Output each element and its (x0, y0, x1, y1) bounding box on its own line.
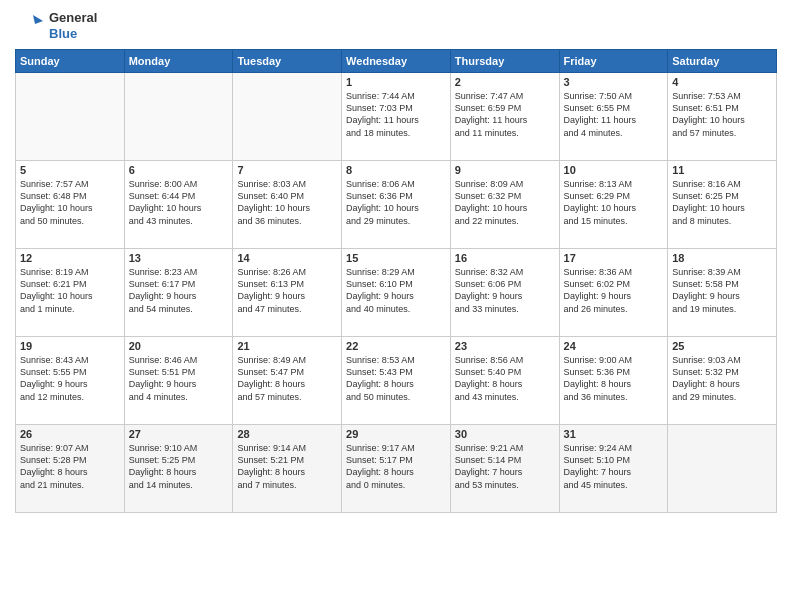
day-number: 21 (237, 340, 337, 352)
day-number: 15 (346, 252, 446, 264)
day-info: Sunrise: 7:47 AM Sunset: 6:59 PM Dayligh… (455, 90, 555, 139)
calendar-cell: 23Sunrise: 8:56 AM Sunset: 5:40 PM Dayli… (450, 337, 559, 425)
weekday-row: SundayMondayTuesdayWednesdayThursdayFrid… (16, 50, 777, 73)
day-number: 5 (20, 164, 120, 176)
weekday-header: Thursday (450, 50, 559, 73)
weekday-header: Saturday (668, 50, 777, 73)
day-number: 23 (455, 340, 555, 352)
day-info: Sunrise: 7:57 AM Sunset: 6:48 PM Dayligh… (20, 178, 120, 227)
day-number: 16 (455, 252, 555, 264)
weekday-header: Sunday (16, 50, 125, 73)
day-number: 25 (672, 340, 772, 352)
day-number: 9 (455, 164, 555, 176)
day-number: 27 (129, 428, 229, 440)
day-number: 22 (346, 340, 446, 352)
calendar-header: SundayMondayTuesdayWednesdayThursdayFrid… (16, 50, 777, 73)
calendar-cell: 26Sunrise: 9:07 AM Sunset: 5:28 PM Dayli… (16, 425, 125, 513)
calendar-cell (16, 73, 125, 161)
day-number: 24 (564, 340, 664, 352)
calendar-cell: 4Sunrise: 7:53 AM Sunset: 6:51 PM Daylig… (668, 73, 777, 161)
calendar-cell: 18Sunrise: 8:39 AM Sunset: 5:58 PM Dayli… (668, 249, 777, 337)
day-number: 3 (564, 76, 664, 88)
day-info: Sunrise: 8:06 AM Sunset: 6:36 PM Dayligh… (346, 178, 446, 227)
header: General Blue (15, 10, 777, 41)
day-info: Sunrise: 9:17 AM Sunset: 5:17 PM Dayligh… (346, 442, 446, 491)
day-info: Sunrise: 8:39 AM Sunset: 5:58 PM Dayligh… (672, 266, 772, 315)
day-info: Sunrise: 8:46 AM Sunset: 5:51 PM Dayligh… (129, 354, 229, 403)
logo-text: General Blue (49, 10, 97, 41)
day-number: 29 (346, 428, 446, 440)
day-number: 14 (237, 252, 337, 264)
day-info: Sunrise: 9:14 AM Sunset: 5:21 PM Dayligh… (237, 442, 337, 491)
calendar-cell: 7Sunrise: 8:03 AM Sunset: 6:40 PM Daylig… (233, 161, 342, 249)
day-info: Sunrise: 8:00 AM Sunset: 6:44 PM Dayligh… (129, 178, 229, 227)
day-info: Sunrise: 8:09 AM Sunset: 6:32 PM Dayligh… (455, 178, 555, 227)
day-number: 31 (564, 428, 664, 440)
day-info: Sunrise: 8:36 AM Sunset: 6:02 PM Dayligh… (564, 266, 664, 315)
day-number: 12 (20, 252, 120, 264)
calendar-cell (124, 73, 233, 161)
calendar-cell: 21Sunrise: 8:49 AM Sunset: 5:47 PM Dayli… (233, 337, 342, 425)
calendar-week-row: 5Sunrise: 7:57 AM Sunset: 6:48 PM Daylig… (16, 161, 777, 249)
day-info: Sunrise: 7:53 AM Sunset: 6:51 PM Dayligh… (672, 90, 772, 139)
svg-marker-0 (33, 15, 43, 24)
day-number: 28 (237, 428, 337, 440)
calendar-week-row: 12Sunrise: 8:19 AM Sunset: 6:21 PM Dayli… (16, 249, 777, 337)
calendar-cell: 28Sunrise: 9:14 AM Sunset: 5:21 PM Dayli… (233, 425, 342, 513)
day-number: 17 (564, 252, 664, 264)
calendar-cell: 10Sunrise: 8:13 AM Sunset: 6:29 PM Dayli… (559, 161, 668, 249)
day-number: 4 (672, 76, 772, 88)
calendar-cell: 3Sunrise: 7:50 AM Sunset: 6:55 PM Daylig… (559, 73, 668, 161)
calendar-cell: 9Sunrise: 8:09 AM Sunset: 6:32 PM Daylig… (450, 161, 559, 249)
day-info: Sunrise: 8:03 AM Sunset: 6:40 PM Dayligh… (237, 178, 337, 227)
day-number: 18 (672, 252, 772, 264)
calendar-week-row: 1Sunrise: 7:44 AM Sunset: 7:03 PM Daylig… (16, 73, 777, 161)
day-number: 1 (346, 76, 446, 88)
calendar-cell: 16Sunrise: 8:32 AM Sunset: 6:06 PM Dayli… (450, 249, 559, 337)
day-info: Sunrise: 7:44 AM Sunset: 7:03 PM Dayligh… (346, 90, 446, 139)
calendar-week-row: 26Sunrise: 9:07 AM Sunset: 5:28 PM Dayli… (16, 425, 777, 513)
calendar-cell: 6Sunrise: 8:00 AM Sunset: 6:44 PM Daylig… (124, 161, 233, 249)
day-info: Sunrise: 8:23 AM Sunset: 6:17 PM Dayligh… (129, 266, 229, 315)
day-info: Sunrise: 9:03 AM Sunset: 5:32 PM Dayligh… (672, 354, 772, 403)
day-number: 10 (564, 164, 664, 176)
weekday-header: Monday (124, 50, 233, 73)
calendar-cell (668, 425, 777, 513)
calendar-cell: 17Sunrise: 8:36 AM Sunset: 6:02 PM Dayli… (559, 249, 668, 337)
day-number: 11 (672, 164, 772, 176)
day-number: 26 (20, 428, 120, 440)
calendar-cell: 1Sunrise: 7:44 AM Sunset: 7:03 PM Daylig… (342, 73, 451, 161)
logo: General Blue (15, 10, 97, 41)
day-info: Sunrise: 8:49 AM Sunset: 5:47 PM Dayligh… (237, 354, 337, 403)
calendar-cell: 29Sunrise: 9:17 AM Sunset: 5:17 PM Dayli… (342, 425, 451, 513)
calendar-page: General Blue SundayMondayTuesdayWednesda… (0, 0, 792, 612)
day-number: 19 (20, 340, 120, 352)
day-number: 13 (129, 252, 229, 264)
calendar-table: SundayMondayTuesdayWednesdayThursdayFrid… (15, 49, 777, 513)
day-info: Sunrise: 8:16 AM Sunset: 6:25 PM Dayligh… (672, 178, 772, 227)
calendar-cell: 30Sunrise: 9:21 AM Sunset: 5:14 PM Dayli… (450, 425, 559, 513)
day-number: 20 (129, 340, 229, 352)
day-number: 7 (237, 164, 337, 176)
day-info: Sunrise: 8:43 AM Sunset: 5:55 PM Dayligh… (20, 354, 120, 403)
calendar-cell: 25Sunrise: 9:03 AM Sunset: 5:32 PM Dayli… (668, 337, 777, 425)
calendar-cell: 13Sunrise: 8:23 AM Sunset: 6:17 PM Dayli… (124, 249, 233, 337)
day-info: Sunrise: 8:29 AM Sunset: 6:10 PM Dayligh… (346, 266, 446, 315)
calendar-cell: 24Sunrise: 9:00 AM Sunset: 5:36 PM Dayli… (559, 337, 668, 425)
day-number: 8 (346, 164, 446, 176)
calendar-cell: 2Sunrise: 7:47 AM Sunset: 6:59 PM Daylig… (450, 73, 559, 161)
day-info: Sunrise: 8:26 AM Sunset: 6:13 PM Dayligh… (237, 266, 337, 315)
day-info: Sunrise: 7:50 AM Sunset: 6:55 PM Dayligh… (564, 90, 664, 139)
weekday-header: Friday (559, 50, 668, 73)
weekday-header: Wednesday (342, 50, 451, 73)
day-info: Sunrise: 9:10 AM Sunset: 5:25 PM Dayligh… (129, 442, 229, 491)
calendar-cell (233, 73, 342, 161)
day-info: Sunrise: 8:32 AM Sunset: 6:06 PM Dayligh… (455, 266, 555, 315)
calendar-cell: 15Sunrise: 8:29 AM Sunset: 6:10 PM Dayli… (342, 249, 451, 337)
calendar-cell: 31Sunrise: 9:24 AM Sunset: 5:10 PM Dayli… (559, 425, 668, 513)
calendar-week-row: 19Sunrise: 8:43 AM Sunset: 5:55 PM Dayli… (16, 337, 777, 425)
day-number: 2 (455, 76, 555, 88)
day-info: Sunrise: 8:53 AM Sunset: 5:43 PM Dayligh… (346, 354, 446, 403)
calendar-cell: 5Sunrise: 7:57 AM Sunset: 6:48 PM Daylig… (16, 161, 125, 249)
day-info: Sunrise: 9:00 AM Sunset: 5:36 PM Dayligh… (564, 354, 664, 403)
